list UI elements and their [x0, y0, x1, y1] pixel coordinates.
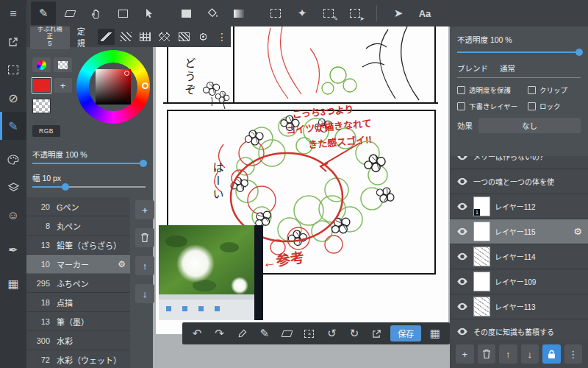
layers-icon[interactable] — [0, 174, 26, 202]
eraser-icon[interactable] — [278, 325, 295, 342]
deselect-icon[interactable]: ⊘ — [0, 84, 26, 112]
export-icon[interactable] — [0, 28, 26, 56]
transparent-color-swatch[interactable] — [32, 99, 51, 113]
visibility-icon[interactable] — [456, 227, 469, 236]
layer-opacity-slider[interactable] — [457, 48, 581, 57]
brush-row[interactable]: 13筆（墨） — [26, 312, 130, 331]
color-wheel[interactable] — [76, 50, 150, 124]
layer-row[interactable]: その度に知識も蓄積する — [450, 319, 588, 340]
add-layer-button[interactable]: + — [456, 344, 474, 364]
visibility-icon[interactable] — [456, 252, 469, 261]
visibility-icon[interactable] — [456, 302, 469, 311]
material-face-icon[interactable]: ☺ — [0, 202, 26, 230]
layer-row[interactable]: 一つの魂と一つの体を使 — [450, 169, 588, 194]
layer-down-button[interactable]: ↓ — [521, 344, 539, 364]
brush-pen-icon[interactable]: ✒ — [0, 236, 26, 263]
eyedropper-icon[interactable] — [233, 325, 251, 342]
brush-row[interactable]: 20Gペン — [26, 197, 130, 216]
brush-row[interactable]: 18点描 — [26, 293, 130, 312]
stabilizer-button[interactable]: 手ぶれ補正 5 — [30, 24, 70, 49]
ruler-more-icon[interactable]: ⋮ — [217, 31, 227, 43]
layer-thumbnail: 1 — [473, 197, 490, 216]
visibility-icon[interactable] — [456, 177, 469, 185]
layer-row[interactable]: レイヤー113 — [450, 294, 588, 319]
fill-rect-tool-button[interactable] — [173, 1, 198, 25]
checker-mode-button[interactable] — [54, 57, 72, 72]
visibility-icon[interactable] — [456, 202, 469, 210]
brush-up-button[interactable]: ↑ — [135, 256, 154, 275]
checkbox-clip[interactable]: クリップ — [528, 85, 581, 95]
brush-row[interactable]: 72水彩（ウェット） — [26, 350, 130, 368]
ruler-grid-button[interactable] — [137, 29, 154, 45]
layer-row[interactable]: レイヤー109 — [450, 269, 588, 294]
brush-row-selected[interactable]: 10マーカー⚙ — [26, 255, 130, 274]
foreground-color-swatch[interactable] — [32, 78, 51, 93]
delete-layer-button[interactable] — [478, 344, 496, 364]
ruler-concentric-button[interactable] — [195, 29, 212, 45]
bucket-tool-button[interactable] — [200, 1, 225, 25]
select-pen-tool-button[interactable]: ✎ — [316, 1, 341, 25]
layer-settings-gear-icon[interactable]: ⚙ — [573, 226, 582, 237]
add-color-button[interactable]: + — [54, 78, 72, 93]
ruler-hatch-button[interactable] — [175, 29, 192, 45]
move-tool-button[interactable] — [137, 1, 162, 25]
pen-tool-button[interactable]: ✎ — [31, 1, 56, 25]
brush-opacity-slider[interactable] — [32, 159, 146, 168]
effect-row: 効果 なし — [457, 118, 581, 133]
layer-thumbnail — [473, 247, 490, 266]
lock-layer-button[interactable] — [542, 344, 561, 364]
layer-up-button[interactable]: ↑ — [499, 344, 517, 364]
add-brush-button[interactable]: + — [135, 200, 154, 219]
brush-row[interactable]: 13鉛筆（ざらざら） — [26, 236, 130, 255]
gradient-tool-button[interactable] — [226, 1, 251, 25]
apps-grid-icon[interactable]: ▦ — [0, 269, 26, 297]
undo-icon[interactable]: ↶ — [188, 325, 206, 342]
select-icon[interactable] — [0, 56, 26, 84]
blend-row[interactable]: ブレンド 通常 — [457, 63, 581, 78]
shape-tool-button[interactable] — [110, 1, 135, 25]
redo-icon[interactable]: ↷ — [211, 325, 229, 342]
rotate-right-icon[interactable]: ↻ — [345, 325, 363, 342]
delete-brush-button[interactable] — [135, 228, 154, 247]
ruler-cross-button[interactable] — [156, 29, 173, 45]
brush-row[interactable]: 300水彩 — [26, 331, 130, 350]
hue-circle-button[interactable] — [32, 57, 51, 72]
select-move-tool-button[interactable]: ➤ — [343, 1, 368, 25]
layer-row[interactable]: メリーは作らないの？ — [450, 156, 588, 169]
effect-select-button[interactable]: なし — [478, 118, 581, 133]
pen-icon[interactable]: ✎ — [256, 325, 273, 342]
visibility-icon[interactable] — [456, 156, 469, 160]
checkbox-lock[interactable]: ロック — [528, 101, 581, 111]
brush-row[interactable]: 295ふちペン — [26, 274, 130, 293]
select-rect-tool-button[interactable] — [263, 1, 288, 25]
visibility-icon[interactable] — [456, 328, 469, 336]
text-tool-button[interactable]: Aa — [412, 1, 437, 25]
ruler-parallel-button[interactable] — [117, 29, 134, 45]
palette-icon[interactable] — [0, 146, 26, 174]
rotate-left-icon[interactable]: ↺ — [323, 325, 341, 342]
rgb-mode-button[interactable]: RGB — [32, 125, 60, 137]
ruler-off-button[interactable] — [98, 29, 115, 45]
export-icon[interactable] — [368, 325, 386, 342]
hand-tool-button[interactable] — [84, 1, 109, 25]
grid-icon[interactable]: ▦ — [426, 325, 444, 342]
brush-width-slider[interactable] — [32, 183, 146, 191]
layer-row[interactable]: 1 レイヤー112 — [450, 194, 588, 219]
layer-row[interactable]: レイヤー114 — [450, 244, 588, 269]
save-button[interactable]: 保存 — [390, 325, 421, 342]
wand-tool-button[interactable]: ✦ — [290, 1, 315, 25]
canvas-area[interactable]: こっち3つより コイツが描きなれて きた感スゴイ!! どうぞ はーい — [153, 26, 450, 368]
menu-icon[interactable]: ≡ — [0, 0, 26, 28]
brush-settings-gear-icon[interactable]: ⚙ — [118, 259, 126, 269]
checkbox-protect-alpha[interactable]: 透明度を保護 — [457, 85, 528, 95]
layer-more-button[interactable]: ⋮ — [564, 344, 583, 364]
cursor-tool-button[interactable]: ➤ — [386, 1, 411, 25]
layer-row-selected[interactable]: レイヤー115 ⚙ — [450, 219, 588, 244]
pen-panel-icon[interactable]: ✎ — [0, 112, 26, 140]
checkbox-draft-layer[interactable]: 下書きレイヤー — [457, 101, 528, 111]
visibility-icon[interactable] — [456, 277, 469, 286]
brush-row[interactable]: 8丸ペン — [26, 216, 130, 236]
deselect-icon[interactable]: × — [301, 325, 318, 342]
brush-down-button[interactable]: ↓ — [135, 284, 154, 303]
eraser-tool-button[interactable] — [57, 1, 82, 25]
